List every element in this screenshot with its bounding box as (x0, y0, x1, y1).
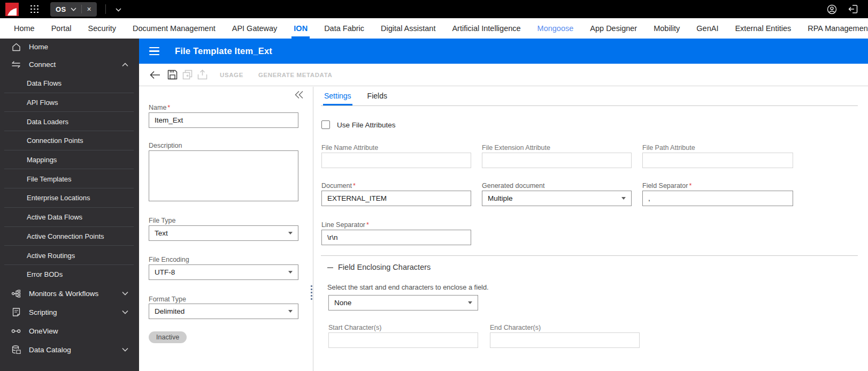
collapse-section-icon[interactable] (327, 267, 333, 268)
file-name-attribute-label: File Name Attribute (321, 144, 378, 152)
sidebar-item-data-catalog[interactable]: Data Catalog (0, 340, 139, 359)
field-separator-label: Field Separator* (642, 182, 692, 190)
sidebar-item-oneview[interactable]: OneView (0, 322, 139, 340)
sidebar-item-enterprise-locations[interactable]: Enterprise Locations (0, 188, 139, 208)
file-extension-attribute-field[interactable] (482, 153, 632, 168)
nav-item-rpa-management[interactable]: RPA Management (808, 18, 868, 39)
script-icon (11, 308, 21, 316)
name-field[interactable] (149, 112, 298, 128)
file-name-attribute-field[interactable] (321, 153, 471, 168)
user-icon[interactable] (827, 4, 837, 14)
line-separator-field[interactable] (321, 230, 471, 245)
generated-document-select[interactable]: Multiple (482, 191, 632, 206)
format-type-value: Delimited (155, 307, 185, 315)
nav-item-mobility[interactable]: Mobility (654, 18, 680, 39)
chevron-down-icon (288, 271, 293, 274)
use-file-attributes-label: Use File Attributes (337, 121, 396, 129)
sidebar-item-home[interactable]: Home (0, 39, 139, 55)
format-type-label: Format Type (149, 296, 186, 303)
sidebar-item-error-bods[interactable]: Error BODs (0, 265, 139, 284)
workspace-chevron-icon[interactable] (116, 4, 121, 14)
usage-button[interactable]: USAGE (220, 72, 243, 78)
nav-item-digital-assistant[interactable]: Digital Assistant (381, 18, 435, 39)
link-icon (11, 329, 21, 334)
topbar-right-group (827, 4, 858, 14)
save-icon[interactable] (167, 70, 178, 80)
file-type-select[interactable]: Text (149, 225, 298, 241)
chevron-up-icon[interactable] (122, 63, 128, 67)
database-icon (11, 345, 21, 354)
nav-item-mongoose[interactable]: Mongoose (537, 18, 574, 39)
nav-item-app-designer[interactable]: App Designer (590, 18, 637, 39)
generate-metadata-button[interactable]: GENERATE METADATA (258, 72, 332, 78)
use-file-attributes-checkbox[interactable] (321, 120, 330, 129)
page-title: File Template Item_Ext (175, 46, 272, 56)
tab-bar: Settings Fields (323, 86, 388, 105)
detail-form-pane: Name* Description File Type Text File En… (139, 87, 313, 371)
sidebar-item-mappings[interactable]: Mappings (0, 150, 139, 170)
collapse-pane-icon[interactable] (294, 90, 304, 101)
menu-icon[interactable] (149, 47, 159, 55)
field-separator-field[interactable] (642, 191, 793, 206)
sidebar-item-scripting[interactable]: Scripting (0, 303, 139, 322)
pane-resize-handle[interactable] (310, 284, 313, 301)
hierarchy-icon (11, 290, 21, 298)
back-arrow-icon[interactable] (150, 71, 161, 79)
logout-icon[interactable] (848, 4, 858, 14)
nav-item-data-fabric[interactable]: Data Fabric (324, 18, 364, 39)
sidebar-item-api-flows[interactable]: API Flows (0, 93, 139, 112)
sidebar-item-connect[interactable]: Connect (0, 55, 139, 74)
sidebar-item-data-flows[interactable]: Data Flows (0, 74, 139, 93)
workspace-tab-os[interactable]: OS × (50, 2, 97, 17)
chevron-down-icon[interactable] (122, 347, 128, 352)
document-field[interactable] (321, 191, 471, 206)
file-encoding-select[interactable]: UTF-8 (149, 264, 298, 280)
sidebar-item-connection-points[interactable]: Connection Points (0, 131, 139, 150)
field-enclosing-description: Select the start and end characters to e… (327, 283, 489, 291)
chevron-down-icon (288, 310, 293, 313)
sidebar-item-monitors-workflows[interactable]: Monitors & Workflows (0, 284, 139, 303)
enclosing-mode-select[interactable]: None (328, 295, 478, 311)
chevron-down-icon[interactable] (122, 310, 128, 314)
tab-fields[interactable]: Fields (366, 86, 388, 105)
duplicate-icon[interactable] (182, 70, 193, 80)
sidebar-item-active-data-flows[interactable]: Active Data Flows (0, 208, 139, 227)
file-path-attribute-label: File Path Attribute (642, 144, 695, 152)
nav-item-external-entities[interactable]: External Entities (735, 18, 791, 39)
tab-settings[interactable]: Settings (323, 86, 352, 105)
status-badge: Inactive (149, 331, 187, 343)
chevron-down-icon (468, 301, 472, 304)
nav-item-ion[interactable]: ION (294, 18, 308, 39)
sidebar-item-label: Scripting (29, 308, 57, 316)
file-extension-attribute-label: File Extension Attribute (482, 144, 550, 152)
format-type-select[interactable]: Delimited (149, 304, 298, 319)
chevron-down-icon[interactable] (122, 291, 128, 296)
sidebar-item-data-loaders[interactable]: Data Loaders (0, 112, 139, 131)
home-icon (11, 43, 21, 51)
sidebar-item-active-routings[interactable]: Active Routings (0, 246, 139, 265)
end-characters-field[interactable] (490, 332, 640, 348)
app-grid-icon[interactable] (30, 5, 39, 13)
sidebar-connect-sublist: Data Flows API Flows Data Loaders Connec… (0, 74, 139, 284)
sidebar-item-file-templates[interactable]: File Templates (0, 169, 139, 188)
nav-item-portal[interactable]: Portal (51, 18, 72, 39)
sidebar-item-active-connection-points[interactable]: Active Connection Points (0, 227, 139, 246)
nav-item-artificial-intelligence[interactable]: Artificial Intelligence (452, 18, 520, 39)
sidebar-item-label: OneView (29, 327, 58, 335)
nav-item-security[interactable]: Security (88, 18, 116, 39)
app-nav-bar: Home Portal Security Document Management… (0, 18, 868, 39)
nav-item-document-management[interactable]: Document Management (133, 18, 216, 39)
file-path-attribute-field[interactable] (642, 153, 793, 168)
start-characters-field[interactable] (328, 332, 478, 348)
close-icon[interactable]: × (87, 5, 91, 13)
nav-item-home[interactable]: Home (14, 18, 35, 39)
share-icon[interactable] (197, 70, 208, 80)
infor-logo[interactable] (5, 3, 19, 16)
chevron-down-icon[interactable] (71, 7, 76, 11)
nav-item-genai[interactable]: GenAI (696, 18, 718, 39)
sidebar-item-label: Data Catalog (29, 346, 71, 354)
description-field[interactable] (149, 150, 298, 201)
nav-item-api-gateway[interactable]: API Gateway (232, 18, 278, 39)
required-asterisk: * (689, 182, 692, 190)
enclosing-mode-value: None (334, 299, 351, 307)
